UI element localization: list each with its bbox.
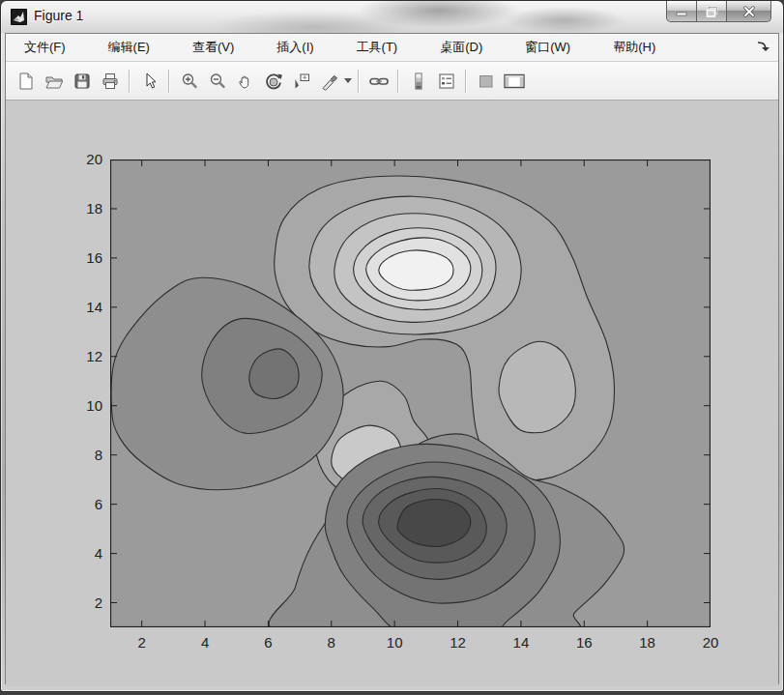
menu-item-1[interactable]: 编辑(E): [100, 35, 159, 60]
insert-colorbar-button[interactable]: [404, 67, 432, 95]
window-title: Figure 1: [34, 8, 83, 23]
show-plot-tools-icon: [503, 72, 526, 91]
brush-data-button[interactable]: [315, 67, 343, 95]
matlab-figure-icon: [11, 9, 27, 25]
print-figure-button[interactable]: [96, 67, 124, 95]
zoom-out-button[interactable]: [203, 67, 231, 95]
toolbar-separator: [465, 70, 467, 93]
new-figure-button[interactable]: [12, 67, 40, 95]
x-tick-label-6: 6: [251, 634, 284, 651]
hide-plot-tools-button[interactable]: [472, 67, 500, 95]
x-tick-label-20: 20: [694, 634, 727, 651]
x-tick-label-4: 4: [189, 634, 221, 651]
hide-plot-tools-icon: [477, 72, 496, 91]
rotate-3d-icon: [264, 72, 283, 91]
menu-item-3[interactable]: 插入(I): [268, 35, 322, 60]
menu-items: 文件(F)编辑(E)查看(V)插入(I)工具(T)桌面(D)窗口(W)帮助(H): [15, 35, 689, 60]
legend-icon: [437, 72, 456, 91]
printer-icon: [101, 72, 120, 91]
insert-legend-button[interactable]: [432, 67, 460, 95]
link-plots-button[interactable]: [364, 67, 392, 95]
menubar: 文件(F)编辑(E)查看(V)插入(I)工具(T)桌面(D)窗口(W)帮助(H): [6, 34, 778, 62]
restore-icon: [706, 6, 718, 17]
y-tick-label-2: 2: [73, 594, 102, 611]
contour-plot[interactable]: [110, 159, 711, 627]
chevron-down-icon: [344, 78, 352, 84]
new-document-icon: [16, 72, 36, 91]
y-tick-label-18: 18: [73, 200, 102, 217]
zoom-out-icon: [208, 72, 227, 91]
toolbar: [6, 62, 778, 101]
menu-item-5[interactable]: 桌面(D): [431, 35, 491, 60]
figure-canvas: 2468101214161820 2468101214161820: [6, 101, 778, 686]
bottom-min-band6: [397, 499, 471, 546]
pointer-arrow-icon: [140, 72, 160, 91]
colorbar-icon: [409, 72, 428, 91]
menu-item-6[interactable]: 窗口(W): [516, 35, 579, 60]
menu-item-4[interactable]: 工具(T): [348, 35, 407, 60]
data-cursor-icon: [292, 72, 311, 91]
zoom-in-button[interactable]: [175, 67, 203, 95]
close-icon: [742, 6, 756, 17]
x-tick-label-12: 12: [442, 634, 475, 651]
window-controls: [667, 1, 771, 21]
link-chain-icon: [368, 72, 390, 91]
x-tick-label-2: 2: [126, 634, 159, 651]
menu-item-7[interactable]: 帮助(H): [604, 35, 664, 60]
y-tick-label-16: 16: [73, 249, 102, 266]
brush-icon: [320, 72, 339, 91]
restore-button[interactable]: [696, 1, 727, 22]
data-cursor-button[interactable]: [287, 67, 315, 95]
close-button[interactable]: [726, 1, 771, 22]
y-tick-label-8: 8: [73, 447, 102, 463]
menu-item-2[interactable]: 查看(V): [184, 35, 243, 60]
contour-bands: [110, 159, 711, 627]
dock-figure-icon[interactable]: [755, 40, 770, 55]
y-tick-label-10: 10: [73, 397, 102, 414]
x-tick-label-10: 10: [378, 634, 411, 651]
edit-plot-button[interactable]: [135, 67, 163, 95]
open-file-button[interactable]: [40, 67, 68, 95]
toolbar-separator: [168, 70, 170, 93]
open-folder-icon: [44, 72, 64, 91]
titlebar[interactable]: Figure 1: [1, 1, 783, 33]
hand-icon: [236, 72, 255, 91]
y-tick-label-4: 4: [73, 545, 102, 562]
toolbar-separator: [358, 70, 360, 93]
client-area: 文件(F)编辑(E)查看(V)插入(I)工具(T)桌面(D)窗口(W)帮助(H): [5, 33, 779, 684]
pan-button[interactable]: [231, 67, 259, 95]
y-tick-label-20: 20: [73, 151, 102, 167]
y-tick-label-14: 14: [73, 299, 102, 315]
toolbar-separator: [129, 70, 131, 93]
save-figure-button[interactable]: [68, 67, 96, 95]
brush-dropdown[interactable]: [343, 68, 353, 94]
x-tick-label-18: 18: [631, 634, 664, 651]
y-tick-label-12: 12: [73, 348, 102, 364]
minimize-button[interactable]: [666, 1, 697, 22]
toolbar-separator: [397, 70, 399, 93]
show-plot-tools-button[interactable]: [500, 67, 528, 95]
menu-item-0[interactable]: 文件(F): [15, 35, 74, 60]
figure-window: Figure 1 文件(F)编辑(E)查看(V)插入(I)工具(T)桌面(D)窗…: [0, 0, 784, 692]
x-tick-label-8: 8: [315, 634, 348, 651]
rotate-3d-button[interactable]: [259, 67, 287, 95]
y-tick-label-6: 6: [73, 496, 102, 512]
desktop-background: Figure 1 文件(F)编辑(E)查看(V)插入(I)工具(T)桌面(D)窗…: [0, 0, 784, 695]
zoom-in-icon: [180, 72, 199, 91]
save-floppy-icon: [73, 72, 92, 91]
minimize-icon: [676, 6, 687, 17]
x-tick-label-14: 14: [505, 634, 537, 651]
x-tick-label-16: 16: [567, 634, 600, 651]
